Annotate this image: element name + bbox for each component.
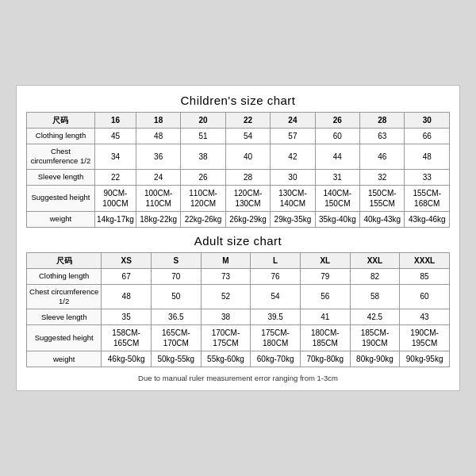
cell-r1-c3: 40: [225, 144, 270, 169]
cell-r4-c1: 18kg-22kg: [136, 211, 180, 227]
cell-r1-c6: 60: [400, 284, 450, 309]
cell-r0-c6: 63: [360, 128, 405, 144]
cell-r3-c2: 110CM-120CM: [181, 185, 225, 211]
cell-r0-c5: 60: [315, 128, 359, 144]
row-label-2: Sleeve length: [27, 309, 102, 325]
table-row: weight14kg-17kg18kg-22kg22kg-26kg26kg-29…: [27, 211, 450, 227]
table-row: Suggested height90CM-100CM100CM-110CM110…: [27, 185, 450, 211]
cell-r2-c0: 22: [94, 169, 136, 185]
children-table: 尺码1618202224262830 Clothing length454851…: [26, 112, 450, 228]
cell-r3-c5: 140CM-150CM: [315, 185, 359, 211]
cell-r0-c3: 54: [225, 128, 270, 144]
cell-r3-c0: 90CM-100CM: [94, 185, 136, 211]
col-header-8: 30: [405, 112, 450, 128]
col-header-2: 18: [136, 112, 180, 128]
cell-r0-c2: 73: [201, 268, 251, 284]
row-label-1: Chest circumference 1/2: [27, 284, 102, 309]
cell-r3-c0: 158CM-165CM: [102, 325, 152, 351]
cell-r1-c5: 58: [350, 284, 400, 309]
col-header-6: XXL: [350, 252, 400, 268]
table-row: Clothing length4548515457606366: [27, 128, 450, 144]
col-header-6: 26: [315, 112, 359, 128]
cell-r3-c2: 170CM-175CM: [201, 325, 251, 351]
row-label-4: weight: [27, 211, 95, 227]
cell-r4-c4: 29kg-35kg: [271, 211, 315, 227]
cell-r4-c6: 40kg-43kg: [360, 211, 405, 227]
children-chart-title: Children's size chart: [26, 94, 450, 107]
col-header-1: 16: [94, 112, 136, 128]
cell-r4-c3: 60kg-70kg: [251, 351, 301, 367]
cell-r3-c1: 100CM-110CM: [136, 185, 180, 211]
cell-r0-c7: 66: [405, 128, 450, 144]
adult-header-row: 尺码XSSMLXLXXLXXXL: [27, 252, 450, 268]
cell-r1-c1: 36: [136, 144, 180, 169]
cell-r3-c1: 165CM-170CM: [151, 325, 201, 351]
cell-r2-c4: 30: [271, 169, 315, 185]
cell-r2-c3: 39.5: [251, 309, 301, 325]
cell-r2-c5: 42.5: [350, 309, 400, 325]
col-header-5: XL: [300, 252, 350, 268]
col-header-0: 尺码: [27, 112, 95, 128]
cell-r3-c5: 185CM-190CM: [350, 325, 400, 351]
col-header-5: 24: [271, 112, 315, 128]
row-label-1: Chest circumference 1/2: [27, 144, 95, 169]
cell-r3-c4: 130CM-140CM: [271, 185, 315, 211]
row-label-3: Suggested height: [27, 325, 102, 351]
cell-r1-c4: 42: [271, 144, 315, 169]
col-header-3: 20: [181, 112, 225, 128]
row-label-2: Sleeve length: [27, 169, 95, 185]
cell-r1-c2: 38: [181, 144, 225, 169]
cell-r0-c1: 70: [151, 268, 201, 284]
cell-r1-c2: 52: [201, 284, 251, 309]
cell-r4-c1: 50kg-55kg: [151, 351, 201, 367]
cell-r4-c0: 14kg-17kg: [94, 211, 136, 227]
col-header-2: S: [151, 252, 201, 268]
table-row: Chest circumference 1/248505254565860: [27, 284, 450, 309]
col-header-4: L: [251, 252, 301, 268]
cell-r4-c5: 35kg-40kg: [315, 211, 359, 227]
cell-r1-c3: 54: [251, 284, 301, 309]
col-header-4: 22: [225, 112, 270, 128]
cell-r1-c1: 50: [151, 284, 201, 309]
cell-r4-c4: 70kg-80kg: [300, 351, 350, 367]
cell-r4-c3: 26kg-29kg: [225, 211, 270, 227]
cell-r2-c7: 33: [405, 169, 450, 185]
cell-r2-c2: 38: [201, 309, 251, 325]
table-row: Chest circumference 1/23436384042444648: [27, 144, 450, 169]
row-label-0: Clothing length: [27, 268, 102, 284]
row-label-4: weight: [27, 351, 102, 367]
cell-r4-c5: 80kg-90kg: [350, 351, 400, 367]
cell-r0-c3: 76: [251, 268, 301, 284]
measurement-note: Due to manual ruler measurement error ra…: [26, 374, 450, 382]
cell-r0-c4: 79: [300, 268, 350, 284]
row-label-3: Suggested height: [27, 185, 95, 211]
cell-r2-c1: 24: [136, 169, 180, 185]
children-header-row: 尺码1618202224262830: [27, 112, 450, 128]
cell-r0-c0: 45: [94, 128, 136, 144]
cell-r2-c5: 31: [315, 169, 359, 185]
cell-r4-c6: 90kg-95kg: [400, 351, 450, 367]
cell-r3-c4: 180CM-185CM: [300, 325, 350, 351]
table-row: weight46kg-50kg50kg-55kg55kg-60kg60kg-70…: [27, 351, 450, 367]
cell-r1-c7: 48: [405, 144, 450, 169]
row-label-0: Clothing length: [27, 128, 95, 144]
col-header-1: XS: [102, 252, 152, 268]
cell-r2-c1: 36.5: [151, 309, 201, 325]
cell-r3-c3: 175CM-180CM: [251, 325, 301, 351]
table-row: Suggested height158CM-165CM165CM-170CM17…: [27, 325, 450, 351]
size-chart-container: Children's size chart 尺码1618202224262830…: [16, 85, 460, 391]
cell-r0-c5: 82: [350, 268, 400, 284]
cell-r1-c5: 44: [315, 144, 359, 169]
cell-r1-c0: 34: [94, 144, 136, 169]
table-row: Clothing length67707376798285: [27, 268, 450, 284]
adult-chart-title: Adult size chart: [26, 234, 450, 248]
cell-r4-c2: 55kg-60kg: [201, 351, 251, 367]
cell-r2-c4: 41: [300, 309, 350, 325]
cell-r3-c7: 155CM-168CM: [405, 185, 450, 211]
cell-r1-c0: 48: [102, 284, 152, 309]
cell-r2-c6: 32: [360, 169, 405, 185]
cell-r4-c7: 43kg-46kg: [405, 211, 450, 227]
cell-r2-c6: 43: [400, 309, 450, 325]
cell-r0-c1: 48: [136, 128, 180, 144]
table-row: Sleeve length3536.53839.54142.543: [27, 309, 450, 325]
